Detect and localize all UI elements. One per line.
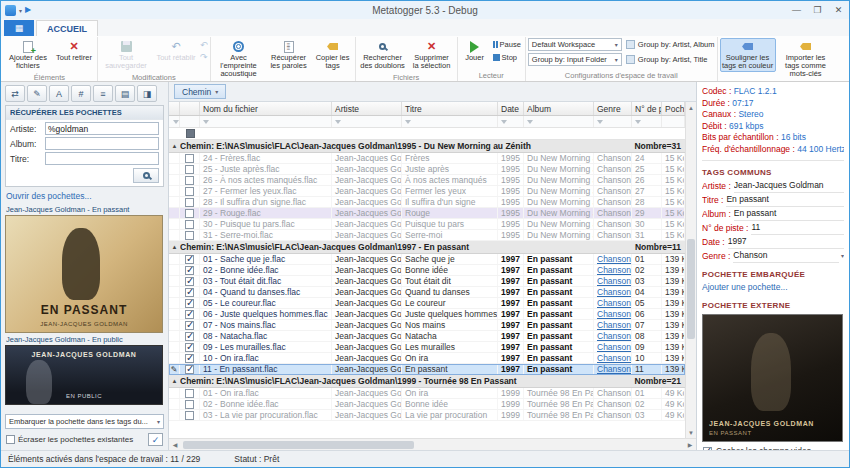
- group-by-input-folder-combo[interactable]: Group by: Input Folder ▾: [528, 53, 622, 66]
- find-duplicates-button[interactable]: Rechercher des doublons: [358, 38, 408, 72]
- open-covers-link[interactable]: Ouvrir des pochettes...: [5, 190, 164, 203]
- group-by-artist-title-option[interactable]: Group by: Artist, Title: [626, 53, 715, 66]
- table-row[interactable]: 02 - Bonne idée.flacJean-Jacques Goldman…: [169, 265, 685, 276]
- add-cover-link[interactable]: Ajouter une pochette...: [702, 281, 844, 294]
- row-checkbox[interactable]: [185, 411, 194, 420]
- group-header-row[interactable]: ▲Chemin: E:\NAS\music\FLAC\Jean-Jacques …: [169, 140, 685, 153]
- table-row[interactable]: 29 - Rouge.flacJean-Jacques GoldmanRouge…: [169, 208, 685, 219]
- table-row[interactable]: 02 - Bonne idée.flacJean-Jacques Goldman…: [169, 399, 685, 410]
- filter-funnel-icon[interactable]: [527, 120, 533, 124]
- filter-funnel-icon[interactable]: [335, 120, 341, 124]
- group-header-row[interactable]: ▲Chemin: E:\NAS\music\FLAC\Jean-Jacques …: [169, 375, 685, 388]
- maximize-button[interactable]: ❐: [807, 2, 828, 18]
- delete-selection-button[interactable]: ✕ Supprimer la sélection: [409, 38, 455, 72]
- close-button[interactable]: ✕: [828, 2, 849, 18]
- table-row[interactable]: 06 - Juste quelques hommes.flacJean-Jacq…: [169, 309, 685, 320]
- collapse-group-icon[interactable]: ▲: [169, 244, 180, 250]
- tag-value-field[interactable]: 1997: [728, 235, 844, 249]
- row-checkbox[interactable]: [185, 365, 194, 374]
- hide-empty-fields-checkbox[interactable]: [703, 447, 712, 451]
- column-header-artist[interactable]: Artiste: [332, 102, 402, 115]
- column-header-album[interactable]: Album: [524, 102, 594, 115]
- table-row[interactable]: 10 - On ira.flacJean-Jacques GoldmanOn i…: [169, 353, 685, 364]
- remove-all-button[interactable]: ✕ Tout retirer: [53, 38, 95, 64]
- confirm-check-button[interactable]: ✓: [148, 433, 163, 446]
- tab-accueil[interactable]: ACCUEIL: [36, 20, 98, 36]
- scroll-up-icon[interactable]: ▲: [686, 102, 696, 113]
- column-header-genre[interactable]: Genre: [594, 102, 632, 115]
- export-tool-icon[interactable]: ◨: [137, 85, 157, 102]
- tag-value-field[interactable]: 11: [751, 221, 844, 235]
- external-cover-art[interactable]: JEAN-JACQUES GOLDMAN EN PASSANT: [702, 314, 843, 442]
- file-menu-button[interactable]: ▦: [4, 20, 34, 36]
- table-row[interactable]: 03 - Tout était dit.flacJean-Jacques Gol…: [169, 276, 685, 287]
- column-header-name[interactable]: Nom du fichier: [200, 102, 332, 115]
- tag-value-field[interactable]: Jean-Jacques Goldman: [734, 179, 844, 193]
- case-tool-icon[interactable]: A: [49, 85, 69, 102]
- scroll-down-icon[interactable]: ▼: [686, 427, 696, 438]
- filter-funnel-icon[interactable]: [405, 120, 411, 124]
- column-header-cover[interactable]: Poche...: [662, 102, 685, 115]
- row-checkbox[interactable]: [185, 389, 194, 398]
- row-checkbox[interactable]: [185, 288, 194, 297]
- table-row[interactable]: 24 - Frères.flacJean-Jacques GoldmanFrèr…: [169, 153, 685, 164]
- column-header-checkbox[interactable]: [180, 102, 200, 115]
- pause-button[interactable]: Pause: [491, 38, 523, 51]
- tag-value-field[interactable]: En passant: [726, 193, 844, 207]
- scroll-left-icon[interactable]: ◀: [169, 439, 181, 451]
- table-row[interactable]: 28 - Il suffira d'un signe.flacJean-Jacq…: [169, 197, 685, 208]
- horizontal-scrollbar[interactable]: ◀ ▶: [169, 438, 696, 450]
- table-row[interactable]: 07 - Nos mains.flacJean-Jacques GoldmanN…: [169, 320, 685, 331]
- highlight-tags-toggle[interactable]: Souligner les tags en couleur: [720, 38, 776, 72]
- lyrics-tool-icon[interactable]: ≡: [93, 85, 113, 102]
- play-button[interactable]: Jouer: [460, 38, 490, 64]
- minimize-button[interactable]: —: [786, 2, 807, 18]
- rename-files-icon[interactable]: ⇄: [5, 85, 25, 102]
- search-covers-button[interactable]: [133, 168, 159, 183]
- table-row[interactable]: 30 - Puisque tu pars.flacJean-Jacques Go…: [169, 219, 685, 230]
- table-tool-icon[interactable]: ▤: [115, 85, 135, 102]
- row-checkbox[interactable]: [185, 277, 194, 286]
- workspace-combo[interactable]: Default Workspace ▾: [528, 38, 622, 51]
- vertical-scrollbar[interactable]: ▲ ▼: [685, 102, 696, 438]
- edit-tags-icon[interactable]: ✎: [27, 85, 47, 102]
- row-checkbox[interactable]: [185, 165, 194, 174]
- row-checkbox[interactable]: [185, 231, 194, 240]
- undo-icon[interactable]: ↶: [200, 40, 208, 50]
- table-row[interactable]: ✎11 - En passant.flacJean-Jacques Goldma…: [169, 364, 685, 375]
- add-files-button[interactable]: + Ajouter des fichiers: [4, 38, 52, 72]
- stop-button[interactable]: Stop: [491, 51, 523, 64]
- table-row[interactable]: 27 - Fermer les yeux.flacJean-Jacques Go…: [169, 186, 685, 197]
- vertical-scroll-thumb[interactable]: [687, 239, 695, 339]
- chevron-down-icon[interactable]: ▾: [841, 250, 844, 263]
- row-checkbox[interactable]: [185, 332, 194, 341]
- cover-art-thumbnail[interactable]: EN PASSANTJEAN-JACQUES GOLDMAN: [5, 215, 163, 333]
- revert-all-button[interactable]: ↶ Tout rétablir: [153, 38, 199, 64]
- table-row[interactable]: 05 - Le coureur.flacJean-Jacques Goldman…: [169, 298, 685, 309]
- row-checkbox[interactable]: [185, 220, 194, 229]
- column-header-title[interactable]: Titre: [402, 102, 498, 115]
- table-row[interactable]: 03 - La vie par procuration.flacJean-Jac…: [169, 410, 685, 421]
- row-checkbox[interactable]: [185, 266, 194, 275]
- overwrite-covers-checkbox[interactable]: [6, 435, 15, 444]
- quick-access-dropdown-icon[interactable]: ▾: [19, 7, 22, 14]
- row-checkbox[interactable]: [185, 400, 194, 409]
- row-checkbox[interactable]: [185, 154, 194, 163]
- save-all-button[interactable]: Tout sauvegarder: [100, 38, 152, 72]
- row-checkbox[interactable]: [185, 321, 194, 330]
- table-row[interactable]: 04 - Quand tu danses.flacJean-Jacques Go…: [169, 287, 685, 298]
- title-input[interactable]: [45, 152, 159, 165]
- table-row[interactable]: 31 - Serre-moi.flacJean-Jacques GoldmanS…: [169, 230, 685, 241]
- numbering-tool-icon[interactable]: #: [71, 85, 91, 102]
- row-checkbox[interactable]: [185, 310, 194, 319]
- row-checkbox[interactable]: [185, 187, 194, 196]
- quick-access-play-icon[interactable]: ▶: [25, 6, 31, 14]
- cover-art-thumbnail[interactable]: JEAN-JACQUES GOLDMANEN PUBLIC: [5, 345, 163, 405]
- table-row[interactable]: 09 - Les murailles.flacJean-Jacques Gold…: [169, 342, 685, 353]
- collapse-group-icon[interactable]: ▲: [169, 378, 180, 384]
- collapse-group-icon[interactable]: ▲: [169, 143, 180, 149]
- table-row[interactable]: 25 - Juste après.flacJean-Jacques Goldma…: [169, 164, 685, 175]
- row-checkbox[interactable]: [185, 354, 194, 363]
- album-input[interactable]: [45, 137, 159, 150]
- table-row[interactable]: 08 - Natacha.flacJean-Jacques GoldmanNat…: [169, 331, 685, 342]
